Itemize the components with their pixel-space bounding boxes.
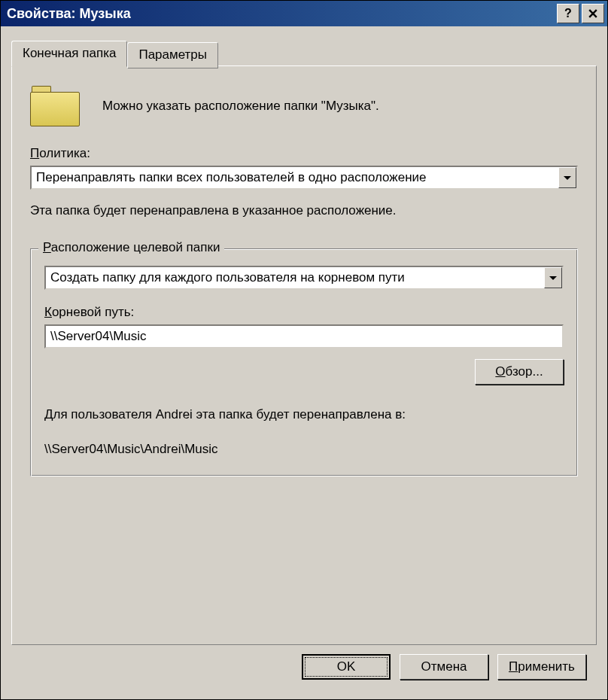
- browse-button[interactable]: Обзор...: [475, 359, 564, 385]
- root-path-input[interactable]: [44, 324, 564, 348]
- cancel-button[interactable]: Отмена: [400, 654, 488, 680]
- target-mode-dropdown[interactable]: Создать папку для каждого пользователя н…: [44, 266, 564, 290]
- close-button[interactable]: [582, 4, 604, 23]
- target-mode-dropdown-button[interactable]: [544, 267, 562, 288]
- dialog-window: Свойства: Музыка ? Конечная папка Параме…: [0, 0, 608, 700]
- apply-button[interactable]: Применить: [497, 654, 586, 680]
- chevron-down-icon: [564, 176, 571, 180]
- redirect-line2: \\Server04\Music\Andrei\Music: [44, 437, 564, 461]
- target-mode-value: Создать папку для каждого пользователя н…: [46, 270, 544, 285]
- policy-label: Политика:: [30, 146, 578, 161]
- tab-target-label: Конечная папка: [23, 46, 116, 60]
- redirect-info: Для пользователя Andrei эта папка будет …: [44, 403, 564, 462]
- policy-dropdown[interactable]: Перенаправлять папки всех пользователей …: [30, 166, 578, 190]
- policy-hint: Эта папка будет перенаправлена в указанн…: [30, 203, 578, 218]
- browse-row: Обзор...: [44, 359, 564, 385]
- dialog-body: Конечная папка Параметры Можно указать р…: [1, 26, 607, 699]
- close-icon: [588, 9, 598, 18]
- ok-label: OK: [337, 659, 356, 674]
- ok-button[interactable]: OK: [302, 654, 391, 680]
- intro-row: Можно указать расположение папки "Музыка…: [30, 86, 578, 126]
- policy-dropdown-button[interactable]: [558, 167, 576, 188]
- window-title: Свойства: Музыка: [7, 6, 555, 22]
- tab-panel: Можно указать расположение папки "Музыка…: [11, 65, 597, 645]
- help-button[interactable]: ?: [557, 4, 579, 23]
- chevron-down-icon: [549, 276, 557, 280]
- cancel-label: Отмена: [421, 659, 467, 674]
- tab-strip: Конечная папка Параметры: [11, 40, 597, 66]
- intro-text: Можно указать расположение папки "Музыка…: [102, 99, 379, 114]
- root-path-label: Корневой путь:: [44, 305, 564, 320]
- tab-target[interactable]: Конечная папка: [11, 41, 127, 67]
- policy-value: Перенаправлять папки всех пользователей …: [32, 170, 558, 185]
- tab-settings-label: Параметры: [138, 47, 207, 62]
- button-bar: OK Отмена Применить: [11, 645, 597, 689]
- titlebar: Свойства: Музыка ?: [1, 1, 607, 26]
- group-legend: Расположение целевой папки: [38, 240, 224, 255]
- folder-icon: [30, 86, 80, 126]
- tab-settings[interactable]: Параметры: [127, 42, 218, 68]
- target-location-group: Расположение целевой папки Создать папку…: [30, 248, 578, 476]
- redirect-line1: Для пользователя Andrei эта папка будет …: [44, 403, 564, 427]
